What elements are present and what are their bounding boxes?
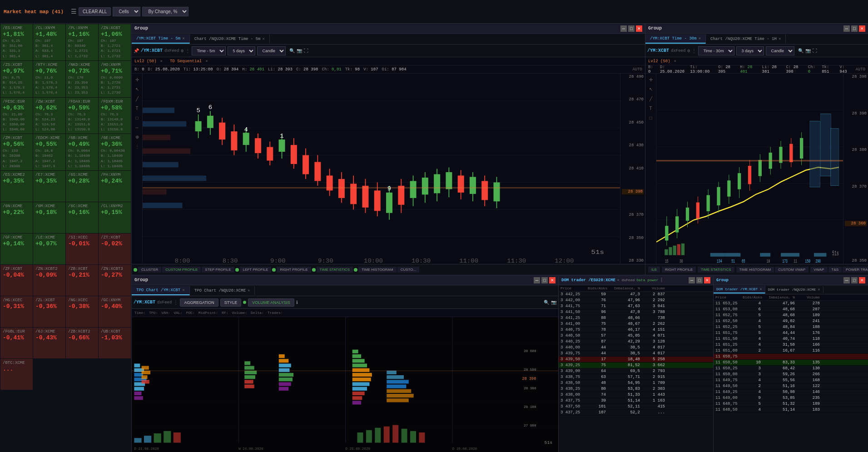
cursor-tool[interactable]: ↖ (133, 85, 141, 93)
heat-cell-1[interactable]: /CL:XNYM +1,48% Ch: 107B: 301,4A: 933,4L… (33, 24, 65, 60)
dom-row-ym-5[interactable]: 11 651,75 5 44,44 176 (714, 330, 868, 336)
dom-row-ym-1[interactable]: 11 653,00 6 48,68 207 (714, 307, 868, 313)
dom-maximize-esu20[interactable]: □ (696, 277, 703, 283)
tab-ym-5m[interactable]: /YM:XCBT Time - 5m ✕ (132, 34, 190, 44)
dom-row-esu20-8[interactable]: 3 440,25 87 42,29 3 128 (559, 339, 713, 345)
zoom-tool[interactable]: ⊕ (133, 133, 141, 141)
heat-cell-4[interactable]: /ZS:XCBT +0,97% Ch: 8,75B: 914,25A: 1,57… (0, 61, 33, 97)
dom-row-ym-0[interactable]: 11 653,25 4 47,96 278 (714, 301, 868, 307)
custom-profile-btn[interactable]: CUSTOM PROFILE (162, 267, 201, 273)
dom-row-ym-6[interactable]: 11 651,50 4 40,74 118 (714, 336, 868, 342)
heat-cell-40[interactable]: /BTC:XCME ... (0, 359, 33, 390)
chart-fullscreen-icon[interactable]: ⛶ (304, 48, 308, 54)
tab-close-nq-5m[interactable]: ✕ (262, 36, 264, 41)
time-dropdown-30m[interactable]: Time - 30m (698, 46, 734, 55)
tab-tpo-nq[interactable]: TPO Chart /NQU20:XCME ✕ (190, 286, 255, 295)
ile-btn[interactable]: ILE (648, 267, 660, 273)
chart-screenshot-icon[interactable]: 📷 (297, 48, 302, 54)
dom-row-esu20-15[interactable]: 3 438,50 48 54,95 1 709 (559, 380, 713, 386)
heat-cell-24[interactable]: /GF:XCME +0,14% (0, 233, 33, 264)
chart-settings-icon[interactable]: ⚙ (181, 48, 184, 54)
chart-search-icon[interactable]: 🔍 (289, 48, 295, 54)
dom-row-ym-2[interactable]: 11 652,75 5 48,68 189 (714, 313, 868, 318)
tab-close-tpo-nq[interactable]: ✕ (248, 288, 250, 293)
dom-row-esu20-6[interactable]: 3 440,75 78 46,17 4 151 (559, 327, 713, 333)
tpo-more-icon[interactable]: ⋮ (174, 300, 178, 305)
chart-fullscreen-icon-r[interactable]: ⛶ (813, 48, 817, 54)
heat-cell-6[interactable]: /NKD:XCME +0,73% Ch: 170B: 23,350A: 23,3… (66, 61, 98, 97)
time-hist-btn-r[interactable]: TIME HISTOGRAM (736, 267, 774, 273)
dom-row-esu20-20[interactable]: 3 437,25 107 52,2 ... (559, 410, 713, 416)
dom-row-esu20-18[interactable]: 3 437,75 39 51,14 1 163 (559, 398, 713, 404)
by-change-dropdown[interactable]: By Change, % (142, 7, 188, 16)
minimize-btn[interactable]: ─ (620, 25, 627, 32)
dom-row-esu20-11[interactable]: 3 439,50 17 18,48 5 258 (559, 357, 713, 363)
tab-tpo-ym[interactable]: TPO Chart /YM:XCBT ✕ (132, 286, 190, 295)
time-stats-btn[interactable]: TIME STATISTICS (317, 267, 353, 273)
candle-dropdown-30m[interactable]: Candle (766, 46, 794, 55)
tab-close-ym-5m[interactable]: ✕ (182, 36, 184, 41)
right-profile-btn[interactable]: RIGHT PROFILE (277, 267, 311, 273)
heat-cell-32[interactable]: /HG:XCEC -0,31% (0, 296, 33, 327)
dom-row-esu20-2[interactable]: 3 441,75 71 47,63 3 041 (559, 303, 713, 309)
time-hist-btn[interactable]: TIME HISTOGRAM (358, 267, 397, 273)
dom-row-esu20-13[interactable]: 3 439,00 64 69,5 2 793 (559, 368, 713, 374)
close-btn-tpo[interactable]: ✕ (549, 277, 556, 283)
heat-cell-17[interactable]: /E7:XCME +0,35% (33, 171, 65, 202)
dom-row-esu20-3[interactable]: 3 441,50 96 47,8 3 788 (559, 309, 713, 315)
minimize-btn-r[interactable]: ─ (843, 25, 850, 32)
dom-row-esu20-9[interactable]: 3 440,00 44 30,5 4 017 (559, 345, 713, 351)
volume-analysis-btn[interactable]: VOLUME ANALYSIS (248, 298, 294, 307)
dom-row-ym-7[interactable]: 11 651,25 4 31,58 166 (714, 342, 868, 348)
tab-close-tpo-ym[interactable]: ✕ (182, 288, 184, 293)
chart-area-5m[interactable]: ✛ ↖ ╱ T □ ↔ ⊕ ⋮ (132, 74, 645, 264)
days-dropdown-5m[interactable]: 5 days (228, 46, 255, 55)
more-tools[interactable]: ⋮ (133, 142, 141, 150)
tab-nq-1h[interactable]: Chart /NQU20:XCME Time - 1H ✕ (706, 35, 786, 43)
dom-row-ym-15[interactable]: 11 649,25 4 50,98 146 (714, 389, 868, 395)
tpo-chart-area[interactable]: 51s D 21.08.2020 W 24.08.2020 D 25.08.20… (132, 317, 558, 452)
dom-row-esu20-4[interactable]: 3 441,25 88 48,66 738 (559, 315, 713, 321)
candle-dropdown-5m[interactable]: Candle (257, 46, 286, 55)
heat-cell-12[interactable]: /ZM:XCBT +0,56% Ch: 159B: 28398A: 1947,2… (0, 134, 33, 170)
dom-row-ym-14[interactable]: 11 649,50 2 51,16 122 (714, 383, 868, 389)
dom-minimize-esu20[interactable]: ─ (689, 277, 695, 283)
heat-cell-15[interactable]: /6E:XCME +0,36% Ch: 0,00430B: 1,18400A: … (99, 134, 131, 170)
heat-cell-39[interactable]: /UB:XCBT -1,03% (99, 328, 131, 358)
dom-row-ym-9[interactable]: 11 650,75 (714, 354, 868, 360)
heat-cell-7[interactable]: /HO:XNYM +0,71% Ch: 0,0090B: 1,2728A: 1,… (99, 61, 131, 97)
heat-cell-30[interactable]: /ZB:XCBT -0,21% (66, 265, 98, 296)
step-profile-btn[interactable]: STEP PROFILE (202, 267, 234, 273)
dom-close-ym[interactable]: ✕ (859, 277, 865, 283)
heat-cell-22[interactable]: /6C:XCME +0,16% (66, 202, 98, 233)
power-trad-btn[interactable]: POWER TRAD... (843, 267, 868, 273)
chart-area-30m[interactable]: ✛ ↖ ╱ T □ (645, 74, 868, 264)
close-btn-r[interactable]: ✕ (859, 25, 865, 32)
dom-row-esu20-12[interactable]: 3 439,25 75 81,52 3 662 (559, 363, 713, 368)
crosshair-tool-r[interactable]: ✛ (647, 75, 655, 84)
dom-close-esu20[interactable]: ✕ (704, 277, 710, 283)
tab-nq-5m[interactable]: Chart /NQU20:XCME Time - 5m ✕ (190, 35, 270, 43)
maximize-btn[interactable]: □ (628, 25, 635, 32)
heat-cell-16[interactable]: /ES:XCME2 +0,35% (0, 171, 33, 202)
dom-row-esu20-5[interactable]: 3 441,00 75 48,67 2 262 (559, 321, 713, 327)
clear-all-button[interactable]: CLEAR ALL (79, 7, 111, 16)
right-profile-btn-r[interactable]: RIGHT PROFILE (662, 267, 696, 273)
style-btn[interactable]: STYLE (220, 298, 242, 307)
heat-cell-23[interactable]: /CL:XNYM2 +0,15% (99, 202, 131, 233)
dom-row-esu20-0[interactable]: 3 442,25 59 47,3 2 837 (559, 292, 713, 298)
maximize-btn-tpo[interactable]: □ (541, 277, 548, 283)
maximize-btn-r[interactable]: □ (851, 25, 858, 32)
custom-btn[interactable]: CUSTO... (397, 267, 420, 273)
left-profile-btn[interactable]: LEFT PROFILE (240, 267, 272, 273)
heat-cell-3[interactable]: /ZN:XCBT +1,06% Ch: 107B: 1,2721A: 1,272… (99, 24, 131, 60)
heat-cell-38[interactable]: /ZB:XCBT2 -0,66% (66, 328, 98, 358)
dom-row-ym-16[interactable]: 11 649,00 9 53,85 235 (714, 395, 868, 401)
tpo-info-icon[interactable]: ℹ (296, 300, 298, 305)
dom-row-ym-8[interactable]: 11 651,00 2 16,67 116 (714, 348, 868, 354)
cursor-tool-r[interactable]: ↖ (647, 85, 655, 93)
dom-row-ym-18[interactable]: 11 648,50 4 51,14 183 (714, 407, 868, 413)
heat-cell-25[interactable]: /LE:XCME +0,07% (33, 233, 65, 264)
dom-minimize-ym[interactable]: ─ (843, 277, 850, 283)
chart-settings-icon-r[interactable]: ⚙ (687, 48, 690, 54)
